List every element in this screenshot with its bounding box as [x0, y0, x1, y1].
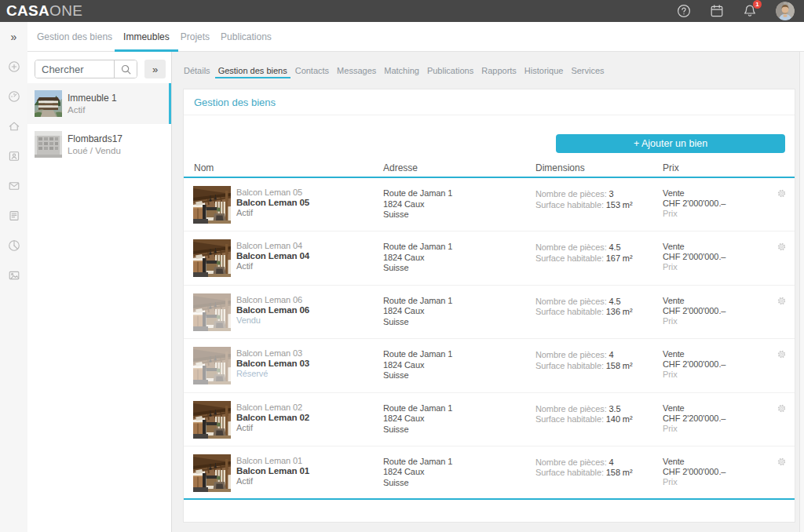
- rooms-value: 4: [609, 350, 614, 359]
- rooms-label: Nombre de pièces:: [535, 297, 607, 306]
- property-ref: Balcon Leman 04: [236, 241, 309, 251]
- sidebar-expand-chevrons[interactable]: »: [0, 22, 27, 52]
- property-address: Route de Jaman 1 1824 Caux Suisse: [383, 286, 534, 338]
- price-value: CHF 2'000'000.–: [663, 359, 725, 370]
- media-icon[interactable]: [8, 269, 20, 282]
- property-row[interactable]: Balcon Leman 02 Balcon Leman 02 Actif Ro…: [184, 393, 795, 446]
- building-status: Actif: [68, 104, 117, 115]
- address-country: Suisse: [383, 425, 534, 435]
- property-photo: [193, 347, 231, 384]
- nav-tab-projets[interactable]: Projets: [175, 22, 215, 51]
- nav-tab-publications[interactable]: Publications: [215, 22, 277, 51]
- row-settings-gear-icon[interactable]: [777, 404, 786, 413]
- column-header-nom: Nom: [184, 162, 383, 177]
- property-row[interactable]: Balcon Leman 06 Balcon Leman 06 Vendu Ro…: [184, 286, 795, 339]
- sale-type: Vente: [663, 403, 725, 414]
- property-address: Route de Jaman 1 1824 Caux Suisse: [383, 231, 534, 284]
- property-row[interactable]: Balcon Leman 03 Balcon Leman 03 Réservé …: [184, 339, 795, 392]
- surface-value: 140 m²: [606, 414, 633, 424]
- row-settings-gear-icon[interactable]: [777, 297, 786, 305]
- main-content: Détails Gestion des biens Contacts Messa…: [172, 52, 804, 532]
- price-label: Prix: [663, 262, 725, 272]
- notification-badge: 1: [753, 0, 762, 9]
- property-dimensions: Nombre de pièces: 4 Surface habitable: 1…: [534, 446, 663, 498]
- rooms-label: Nombre de pièces:: [535, 404, 607, 414]
- panel-collapse-button[interactable]: »: [144, 60, 166, 78]
- property-status: Actif: [236, 423, 309, 433]
- top-bar: CASAONE 1: [0, 0, 804, 22]
- address-country: Suisse: [383, 263, 534, 273]
- content-tab-details[interactable]: Détails: [181, 52, 214, 89]
- dashboard-icon[interactable]: [8, 90, 20, 103]
- content-tab-contacts[interactable]: Contacts: [292, 52, 332, 89]
- building-list-item[interactable]: Flombards17 Loué / Vendu: [27, 124, 171, 165]
- rooms-value: 3.5: [609, 404, 621, 414]
- sale-type: Vente: [663, 457, 725, 467]
- property-dimensions: Nombre de pièces: 3 Surface habitable: 1…: [534, 178, 663, 231]
- sale-type: Vente: [663, 242, 725, 252]
- building-list-item[interactable]: Immeuble 1 Actif: [27, 83, 171, 124]
- address-country: Suisse: [383, 317, 534, 327]
- home-icon[interactable]: [8, 120, 20, 133]
- content-tab-gestion-des-biens[interactable]: Gestion des biens: [215, 52, 291, 89]
- surface-label: Surface habitable:: [535, 414, 604, 424]
- surface-value: 167 m²: [606, 253, 633, 263]
- calendar-icon[interactable]: [710, 4, 724, 18]
- content-tab-rapports[interactable]: Rapports: [478, 52, 520, 89]
- notifications-bell-icon[interactable]: 1: [743, 4, 757, 18]
- search-button[interactable]: [114, 60, 137, 78]
- surface-value: 136 m²: [606, 307, 633, 316]
- row-settings-gear-icon[interactable]: [777, 350, 786, 359]
- documents-icon[interactable]: [8, 210, 20, 222]
- nav-tab-gestion-des-biens[interactable]: Gestion des biens: [31, 22, 118, 51]
- surface-value: 158 m²: [606, 468, 633, 477]
- column-header-dimensions: Dimensions: [534, 162, 663, 177]
- add-icon[interactable]: [8, 60, 20, 73]
- content-tab-services[interactable]: Services: [568, 52, 607, 89]
- property-address: Route de Jaman 1 1824 Caux Suisse: [383, 178, 534, 231]
- price-label: Prix: [663, 424, 725, 434]
- nav-tab-immeubles[interactable]: Immeubles: [118, 22, 175, 51]
- help-icon[interactable]: [677, 4, 691, 18]
- address-country: Suisse: [383, 370, 534, 381]
- content-tab-historique[interactable]: Historique: [521, 52, 567, 89]
- brand-one: ONE: [49, 2, 82, 19]
- contacts-icon[interactable]: [8, 150, 20, 162]
- address-street: Route de Jaman 1: [383, 296, 534, 306]
- property-price: Vente CHF 2'200'000.– Prix: [663, 403, 725, 434]
- row-settings-gear-icon[interactable]: [777, 457, 786, 466]
- property-status: Vendu: [236, 315, 309, 326]
- row-settings-gear-icon[interactable]: [777, 189, 786, 198]
- user-avatar[interactable]: [776, 2, 795, 20]
- content-tab-publications[interactable]: Publications: [424, 52, 477, 89]
- property-photo: [193, 186, 231, 224]
- property-row[interactable]: Balcon Leman 04 Balcon Leman 04 Actif Ro…: [184, 231, 795, 285]
- property-ref: Balcon Leman 01: [236, 456, 309, 466]
- content-card: Gestion des biens + Ajouter un bien Nom …: [183, 89, 795, 523]
- mail-icon[interactable]: [8, 180, 20, 192]
- address-city: 1824 Caux: [383, 253, 534, 263]
- property-address: Route de Jaman 1 1824 Caux Suisse: [383, 446, 534, 498]
- price-label: Prix: [663, 209, 725, 219]
- address-street: Route de Jaman 1: [383, 403, 534, 414]
- property-name: Balcon Leman 04: [236, 251, 309, 261]
- building-status: Loué / Vendu: [68, 145, 122, 156]
- content-tab-messages[interactable]: Messages: [334, 52, 379, 89]
- property-row[interactable]: Balcon Leman 05 Balcon Leman 05 Actif Ro…: [184, 178, 795, 231]
- search-input[interactable]: [35, 60, 114, 78]
- property-photo: [193, 454, 231, 492]
- add-property-button[interactable]: + Ajouter un bien: [556, 134, 785, 153]
- content-tab-matching[interactable]: Matching: [381, 52, 422, 89]
- sale-type: Vente: [663, 188, 725, 199]
- price-value: CHF 2'000'000.–: [663, 199, 725, 209]
- address-street: Route de Jaman 1: [383, 457, 534, 467]
- panel-search-row: »: [27, 52, 171, 83]
- row-settings-gear-icon[interactable]: [777, 242, 786, 251]
- property-dimensions: Nombre de pièces: 4.5 Surface habitable:…: [534, 286, 663, 338]
- surface-label: Surface habitable:: [535, 307, 604, 316]
- property-row[interactable]: Balcon Leman 01 Balcon Leman 01 Actif Ro…: [184, 446, 795, 500]
- property-price: Vente CHF 2'000'000.– Prix: [663, 242, 725, 272]
- address-city: 1824 Caux: [383, 199, 534, 210]
- reports-icon[interactable]: [8, 239, 20, 252]
- price-label: Prix: [663, 370, 725, 380]
